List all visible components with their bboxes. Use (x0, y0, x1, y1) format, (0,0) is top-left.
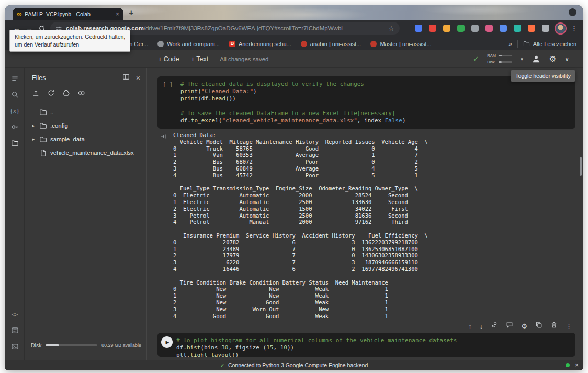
table-of-contents-icon[interactable] (5, 70, 24, 86)
status-green-dot (566, 363, 570, 367)
run-cell-button[interactable]: ▶ (157, 333, 176, 357)
cell1-code[interactable]: # The cleaned data is displayed to verif… (180, 76, 575, 129)
tab-close-icon[interactable]: × (116, 11, 119, 17)
bookmark-favicon (301, 41, 307, 47)
extension-icon[interactable] (542, 25, 549, 32)
share-person-icon[interactable] (532, 54, 541, 64)
ram-bar (499, 55, 512, 56)
extension-icon[interactable] (500, 25, 507, 32)
code-cell-1[interactable]: [ ] # The cleaned data is displayed to v… (157, 76, 575, 129)
extension-icon[interactable] (457, 25, 465, 32)
extension-icon[interactable] (429, 25, 436, 32)
ram-label: RAM (487, 53, 496, 58)
link-icon[interactable] (491, 321, 498, 331)
bookmark-item[interactable]: Master | uni-assist... (370, 41, 431, 47)
bookmark-label: Work and compani... (167, 41, 220, 47)
all-bookmarks-button[interactable]: Alle Lesezeichen (523, 40, 576, 47)
execution-count[interactable]: [ ] (157, 76, 180, 129)
code-cell-2[interactable]: ▶ # To plot histogram for all numerical … (157, 333, 575, 357)
secrets-key-icon[interactable] (5, 119, 24, 135)
browser-window: ∞ PAMLP_VCP.ipynb - Colab × + ← → colab.… (5, 5, 583, 370)
browser-menu-icon[interactable]: ⋮ (571, 25, 578, 32)
more-options-icon[interactable]: ⋮ (566, 323, 572, 330)
move-down-icon[interactable]: ↓ (480, 323, 483, 330)
comment-icon[interactable] (506, 321, 513, 331)
notebook-scrollbar[interactable] (580, 157, 582, 176)
mount-drive-icon[interactable] (62, 89, 70, 99)
move-up-icon[interactable]: ↑ (468, 323, 472, 330)
resource-gauge[interactable]: RAM Disk (487, 53, 512, 64)
colab-toolbar: + Code + Text All changes saved ✓ RAM Di… (5, 50, 583, 68)
extension-icon[interactable] (415, 25, 422, 32)
cell2-code[interactable]: # To plot histogram for all numerical co… (176, 333, 575, 357)
file-name: sample_data (50, 136, 85, 142)
save-status[interactable]: All changes saved (220, 56, 268, 62)
output-expand-icon[interactable] (160, 133, 167, 140)
disk-usage-label: Disk (31, 342, 41, 348)
add-code-button[interactable]: + Code (158, 55, 179, 63)
refresh-icon[interactable] (47, 89, 55, 99)
delete-cell-icon[interactable] (550, 321, 558, 331)
theme-orb (569, 8, 576, 16)
file-tree-item[interactable]: .. (28, 105, 143, 119)
file-tree-item[interactable]: ▸.config (28, 119, 143, 132)
bookmark-item[interactable]: BAnerkennung schu... (229, 41, 291, 47)
extension-icon[interactable] (471, 25, 479, 32)
variables-icon[interactable]: {x} (5, 103, 24, 119)
files-actions (25, 87, 146, 103)
cell-settings-gear-icon[interactable]: ⚙ (521, 323, 527, 330)
bookmark-favicon (370, 41, 377, 47)
new-tab-button[interactable]: + (129, 8, 133, 18)
file-name: .. (50, 109, 53, 115)
expand-chevron-icon[interactable]: ▸ (31, 123, 36, 128)
disk-available-label: 80.29 GB available (101, 343, 141, 348)
tab-title: PAMLP_VCP.ipynb - Colab (25, 11, 112, 17)
extension-icon[interactable] (528, 25, 535, 32)
extension-icon[interactable] (485, 25, 493, 32)
statusbar-close-icon[interactable]: × (575, 362, 579, 368)
file-tree-item[interactable]: ▸sample_data (28, 132, 143, 146)
bookmark-item[interactable]: Work and compani... (157, 41, 220, 47)
bookmark-star-icon[interactable]: ☆ (388, 25, 394, 32)
bookmark-favicon: B (229, 41, 235, 47)
copy-cell-icon[interactable] (535, 321, 542, 331)
colab-toolbar-right: ✓ RAM Disk ▾ ⚙ ∨ (473, 53, 569, 64)
notebook-area: [ ] # The cleaned data is displayed to v… (147, 68, 583, 360)
bookmark-label: Master | uni-assist... (380, 41, 431, 47)
close-panel-icon[interactable]: × (136, 74, 140, 82)
connection-status: Connected to Python 3 Google Compute Eng… (228, 362, 368, 368)
cell1-output-text: Cleaned Data: Vehicle_Model Mileage Main… (173, 132, 575, 319)
settings-gear-icon[interactable]: ⚙ (549, 55, 556, 63)
terminal-icon[interactable] (5, 338, 24, 355)
colab-app: + Code + Text All changes saved ✓ RAM Di… (5, 50, 583, 370)
add-text-button[interactable]: + Text (191, 55, 208, 63)
disk-usage-bar (46, 344, 97, 346)
code-snippets-icon[interactable]: <> (5, 306, 24, 322)
command-palette-icon[interactable] (5, 322, 24, 338)
extensions-row (415, 25, 549, 32)
resources-caret-icon[interactable]: ▾ (521, 56, 523, 62)
hide-panel-icon[interactable] (122, 73, 130, 83)
bookmarks-overflow-icon[interactable]: » (508, 40, 512, 48)
extension-icon[interactable] (443, 25, 450, 32)
bookmark-item[interactable]: anabin | uni-assist... (301, 41, 361, 47)
disk-usage: Disk 80.29 GB available (31, 342, 141, 348)
colab-body: {x} <> Files × (5, 68, 583, 360)
files-panel-title: Files (32, 74, 46, 82)
profile-avatar[interactable] (556, 24, 566, 33)
toggle-header-tooltip: Toggle header visibility (511, 70, 575, 82)
files-icon[interactable] (5, 135, 24, 151)
bookmarks-right: » Alle Lesezeichen (508, 40, 576, 48)
eye-icon[interactable] (77, 89, 85, 99)
toggle-header-chevron-icon[interactable]: ∨ (564, 55, 569, 63)
extension-icon[interactable] (514, 25, 521, 32)
file-tree: ..▸.config▸sample_datavehicle_maintenanc… (25, 103, 146, 162)
browser-tab[interactable]: ∞ PAMLP_VCP.ipynb - Colab × (13, 8, 123, 20)
all-bookmarks-label: Alle Lesezeichen (533, 41, 576, 47)
play-icon[interactable]: ▶ (161, 336, 173, 348)
left-rail: {x} <> (5, 68, 25, 360)
expand-chevron-icon[interactable]: ▸ (31, 137, 36, 142)
search-icon[interactable] (5, 86, 24, 103)
upload-icon[interactable] (32, 89, 40, 99)
file-tree-item[interactable]: vehicle_maintenance_data.xlsx (28, 146, 143, 160)
